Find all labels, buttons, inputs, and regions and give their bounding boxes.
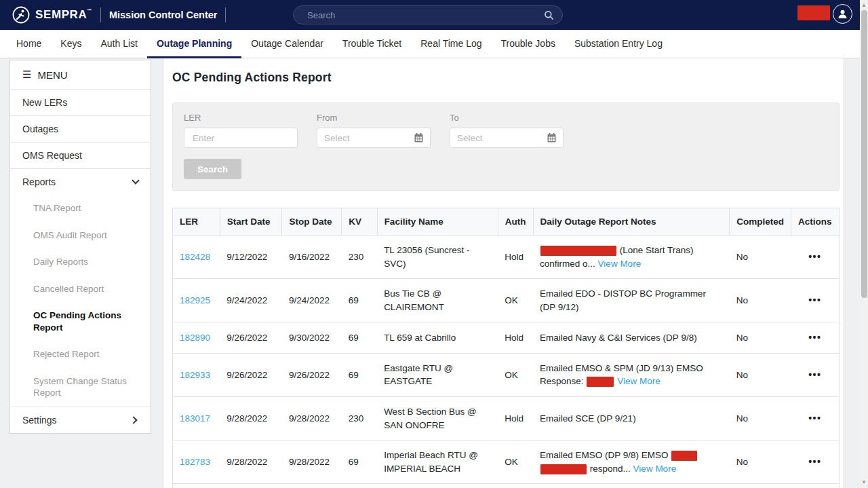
table-row: 1829339/26/20229/26/202269Eastgate RTU @… <box>173 353 840 396</box>
tab-outage-calendar[interactable]: Outage Calendar <box>241 30 333 58</box>
ler-link[interactable]: 182933 <box>180 370 210 380</box>
ler-link[interactable]: 182925 <box>180 295 210 305</box>
sidebar-item-oms-audit-report[interactable]: OMS Audit Report <box>10 222 151 249</box>
sidebar: ☰ MENU New LERsOutagesOMS RequestReports… <box>9 60 151 434</box>
filter-panel: LER From Select <box>172 102 840 191</box>
sidebar-item-cancelled-report[interactable]: Cancelled Report <box>10 276 151 303</box>
cell-facility-name: TL 690 (San Luis Rey - <box>377 484 498 488</box>
tab-keys[interactable]: Keys <box>51 30 91 58</box>
ler-link[interactable]: 183017 <box>180 413 210 424</box>
menu-label: MENU <box>37 69 67 81</box>
cell-ler: 182783 <box>173 440 220 484</box>
user-avatar-icon[interactable] <box>833 4 852 24</box>
tab-home[interactable]: Home <box>7 30 51 58</box>
tab-outage-planning[interactable]: Outage Planning <box>147 30 241 58</box>
sidebar-item-outages[interactable]: Outages <box>10 115 151 142</box>
row-actions-button[interactable]: ••• <box>808 413 821 424</box>
sidebar-item-oms-request[interactable]: OMS Request <box>10 142 151 168</box>
sidebar-item-label: Settings <box>22 415 57 426</box>
redaction <box>587 377 614 387</box>
tab-real-time-log[interactable]: Real Time Log <box>411 30 491 58</box>
cell-stop-date: 9/30/2022 <box>282 322 342 354</box>
view-more-link[interactable]: View More <box>598 259 642 269</box>
ler-link[interactable]: 182890 <box>180 333 210 343</box>
main-nav: HomeKeysAuth ListOutage PlanningOutage C… <box>0 30 868 58</box>
sidebar-item-daily-reports[interactable]: Daily Reports <box>10 248 151 276</box>
scrollbar-up-arrow[interactable]: ▲ <box>860 1 868 10</box>
cell-facility-name: TL 23056 (Suncrest - SVC) <box>377 236 498 279</box>
redaction <box>671 451 697 461</box>
sidebar-item-oc-pending-actions-report[interactable]: OC Pending Actions Report <box>10 302 151 341</box>
cell-completed: No <box>730 396 791 440</box>
sidebar-item-settings[interactable]: Settings <box>10 407 151 433</box>
column-header-completed: Completed <box>730 208 791 236</box>
app-title: Mission Control Center <box>109 10 218 20</box>
table-row: 1824289/12/20229/16/2022230TL 23056 (Sun… <box>173 236 840 279</box>
cell-start-date: 9/28/2022 <box>220 440 282 484</box>
cell-start-date: 9/26/2022 <box>220 322 282 354</box>
cell-actions: ••• <box>791 396 839 440</box>
tab-substation-entry-log[interactable]: Substation Entry Log <box>565 30 672 58</box>
cell-ler: 182925 <box>173 279 220 322</box>
cell-ler: 183017 <box>173 396 220 440</box>
cell-start-date: 9/26/2022 <box>220 353 282 396</box>
from-filter-label: From <box>317 113 431 123</box>
global-search-input[interactable] <box>306 10 544 21</box>
column-header-start-date: Start Date <box>220 208 282 236</box>
chevron-down-icon <box>132 176 139 184</box>
row-actions-button[interactable]: ••• <box>808 456 821 467</box>
scrollbar-down-arrow[interactable]: ▼ <box>860 478 868 487</box>
cell-stop-date: 9/28/2022 <box>282 484 342 488</box>
sidebar-menu-header[interactable]: ☰ MENU <box>10 60 151 89</box>
sidebar-item-tna-report[interactable]: TNA Report <box>10 195 151 222</box>
cell-kv: 69 <box>342 440 377 484</box>
cell-actions: ••• <box>791 322 839 354</box>
row-actions-button[interactable]: ••• <box>808 295 821 305</box>
main-content: OC Pending Actions Report LER From Selec… <box>163 58 844 488</box>
ler-link[interactable]: 182428 <box>180 252 210 262</box>
cell-auth: Hold <box>498 484 533 488</box>
cell-stop-date: 9/26/2022 <box>282 353 342 396</box>
sidebar-item-reports[interactable]: Reports <box>10 168 151 195</box>
table-row: 1827839/28/20229/28/202269Imperial Beach… <box>173 440 840 484</box>
cell-auth: OK <box>498 279 533 322</box>
row-actions-button[interactable]: ••• <box>808 369 821 380</box>
cell-auth: Hold <box>498 322 533 354</box>
tab-trouble-jobs[interactable]: Trouble Jobs <box>492 30 565 58</box>
search-button[interactable]: Search <box>184 159 241 179</box>
cell-stop-date: 9/28/2022 <box>282 440 342 484</box>
sidebar-item-label: OMS Request <box>22 150 82 161</box>
row-actions-button[interactable]: ••• <box>808 332 821 343</box>
column-header-actions: Actions <box>791 208 839 236</box>
tab-trouble-ticket[interactable]: Trouble Ticket <box>333 30 411 58</box>
tab-auth-list[interactable]: Auth List <box>91 30 146 58</box>
cell-kv: 69 <box>342 322 377 354</box>
row-actions-button[interactable]: ••• <box>808 251 821 262</box>
calendar-icon[interactable] <box>414 133 423 143</box>
from-date-input[interactable]: Select <box>317 128 431 148</box>
table-row: 1829259/24/20229/24/202269Bus Tie CB @ C… <box>173 279 840 322</box>
sidebar-item-rejected-report[interactable]: Rejected Report <box>10 341 151 368</box>
cell-actions: ••• <box>791 484 839 488</box>
calendar-icon[interactable] <box>547 133 556 143</box>
redaction <box>540 246 616 256</box>
view-more-link[interactable]: View More <box>633 464 677 474</box>
search-icon[interactable] <box>544 10 554 20</box>
cell-kv: 69 <box>342 484 377 488</box>
brand: SEMPRA™ <box>12 6 92 24</box>
cell-actions: ••• <box>791 440 839 484</box>
sidebar-item-label: Outages <box>22 124 58 134</box>
view-more-link[interactable]: View More <box>617 376 660 386</box>
page-title: OC Pending Actions Report <box>172 71 844 85</box>
cell-facility-name: Bus Tie CB @ CLAIREMONT <box>377 279 498 322</box>
cell-stop-date: 9/16/2022 <box>282 236 342 279</box>
sidebar-item-new-lers[interactable]: New LERs <box>10 89 151 115</box>
brand-name: SEMPRA™ <box>35 8 92 22</box>
scrollbar-thumb[interactable] <box>861 10 867 298</box>
to-date-input[interactable]: Select <box>450 128 564 148</box>
cell-kv: 69 <box>342 353 377 396</box>
sidebar-item-system-change-status-report[interactable]: System Change Status Report <box>10 368 151 407</box>
column-header-facility-name: Facility Name <box>377 208 498 236</box>
ler-link[interactable]: 182783 <box>180 457 210 467</box>
ler-input[interactable] <box>191 132 290 144</box>
